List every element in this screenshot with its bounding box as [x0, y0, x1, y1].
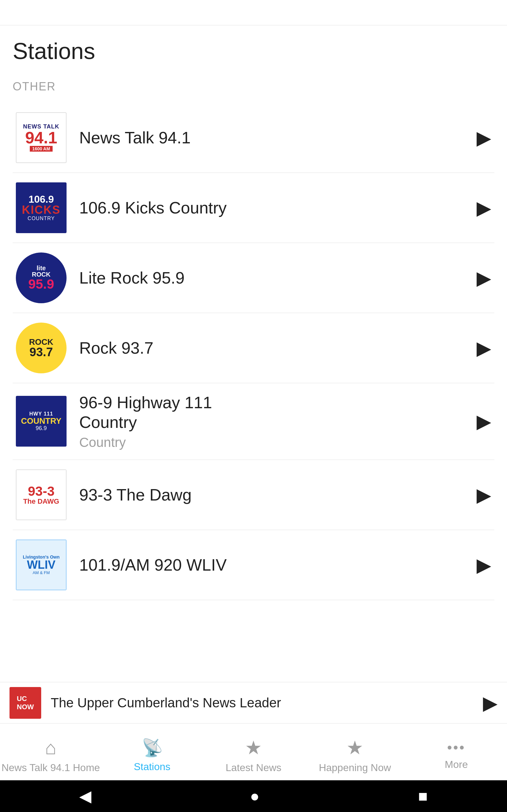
- station-item-newstalk941[interactable]: NEWS TALK 94.1 1600 AM News Talk 94.1 ▶: [13, 103, 494, 173]
- station-name-kicks1069: 106.9 Kicks Country: [79, 198, 470, 217]
- station-name-dawg933: 93-3 The Dawg: [79, 485, 470, 505]
- station-item-rock937[interactable]: ROCK 93.7 Rock 93.7 ▶: [13, 313, 494, 383]
- happening-now-icon: ★: [346, 737, 363, 759]
- page-title: Stations: [13, 38, 494, 64]
- android-home-button[interactable]: ●: [250, 787, 260, 805]
- nav-item-happening-now[interactable]: ★ Happening Now: [304, 723, 406, 780]
- nav-label-home: News Talk 94.1 Home: [2, 762, 100, 774]
- now-playing-bar[interactable]: UCNOW The Upper Cumberland's News Leader…: [0, 682, 507, 723]
- station-genre-hwy111: Country: [79, 435, 470, 450]
- status-bar: [0, 0, 507, 26]
- station-logo-kicks1069: 106.9 KICKS COUNTRY: [16, 183, 66, 233]
- more-icon: •••: [447, 740, 465, 756]
- play-button-wliv[interactable]: ▶: [476, 554, 491, 576]
- nav-item-stations[interactable]: 📡 Stations: [101, 723, 203, 780]
- play-button-dawg933[interactable]: ▶: [476, 484, 491, 506]
- station-logo-rock937: ROCK 93.7: [16, 322, 66, 373]
- station-item-hwy111[interactable]: HWY 111 COUNTRY 96.9 96-9 Highway 111Cou…: [13, 383, 494, 460]
- nav-label-more: More: [445, 759, 468, 770]
- np-logo-text: UCNOW: [17, 695, 34, 711]
- station-logo-newstalk941: NEWS TALK 94.1 1600 AM: [16, 112, 66, 163]
- nav-item-home[interactable]: ⌂ News Talk 94.1 Home: [0, 723, 101, 780]
- play-button-rock937[interactable]: ▶: [476, 337, 491, 359]
- station-item-wliv[interactable]: Livingston's Own WLIV AM & FM 101.9/AM 9…: [13, 530, 494, 600]
- play-button-hwy111[interactable]: ▶: [476, 410, 491, 432]
- nav-item-latest-news[interactable]: ★ Latest News: [203, 723, 304, 780]
- play-button-kicks1069[interactable]: ▶: [476, 197, 491, 219]
- station-logo-wliv: Livingston's Own WLIV AM & FM: [16, 540, 66, 590]
- section-label: OTHER: [13, 77, 494, 93]
- nav-label-latest-news: Latest News: [226, 762, 281, 774]
- nav-item-more[interactable]: ••• More: [406, 723, 507, 780]
- station-item-kicks1069[interactable]: 106.9 KICKS COUNTRY 106.9 Kicks Country …: [13, 173, 494, 243]
- station-info-literock959: Lite Rock 95.9: [79, 268, 470, 288]
- station-name-wliv: 101.9/AM 920 WLIV: [79, 555, 470, 575]
- home-icon: ⌂: [45, 737, 56, 759]
- station-item-dawg933[interactable]: 93-3 The DAWG 93-3 The Dawg ▶: [13, 460, 494, 530]
- station-name-newstalk941: News Talk 94.1: [79, 128, 470, 148]
- nav-label-happening-now: Happening Now: [319, 762, 391, 774]
- station-logo-dawg933: 93-3 The DAWG: [16, 469, 66, 520]
- station-name-hwy111: 96-9 Highway 111Country: [79, 393, 470, 432]
- station-info-newstalk941: News Talk 94.1: [79, 128, 470, 148]
- android-back-button[interactable]: ◀: [79, 787, 91, 805]
- np-play-button[interactable]: ▶: [483, 692, 498, 714]
- android-recent-button[interactable]: ■: [418, 787, 428, 805]
- station-info-dawg933: 93-3 The Dawg: [79, 485, 470, 505]
- main-content: Stations OTHER NEWS TALK 94.1 1600 AM Ne…: [0, 26, 507, 682]
- np-station-name: The Upper Cumberland's News Leader: [51, 695, 483, 711]
- station-name-literock959: Lite Rock 95.9: [79, 268, 470, 288]
- android-nav: ◀ ● ■: [0, 780, 507, 812]
- bottom-nav: ⌂ News Talk 94.1 Home 📡 Stations ★ Lates…: [0, 723, 507, 780]
- station-info-kicks1069: 106.9 Kicks Country: [79, 198, 470, 217]
- play-button-literock959[interactable]: ▶: [476, 267, 491, 289]
- play-button-newstalk941[interactable]: ▶: [476, 126, 491, 149]
- station-info-hwy111: 96-9 Highway 111Country Country: [79, 393, 470, 450]
- station-info-wliv: 101.9/AM 920 WLIV: [79, 555, 470, 575]
- station-logo-hwy111: HWY 111 COUNTRY 96.9: [16, 396, 66, 447]
- station-item-literock959[interactable]: lite ROCK 95.9 Lite Rock 95.9 ▶: [13, 243, 494, 313]
- np-logo: UCNOW: [9, 687, 41, 719]
- station-list: NEWS TALK 94.1 1600 AM News Talk 94.1 ▶ …: [13, 103, 494, 600]
- nav-label-stations: Stations: [134, 761, 170, 773]
- latest-news-icon: ★: [245, 737, 262, 759]
- station-info-rock937: Rock 93.7: [79, 338, 470, 358]
- station-logo-literock959: lite ROCK 95.9: [16, 252, 66, 303]
- stations-icon: 📡: [142, 738, 163, 758]
- station-name-rock937: Rock 93.7: [79, 338, 470, 358]
